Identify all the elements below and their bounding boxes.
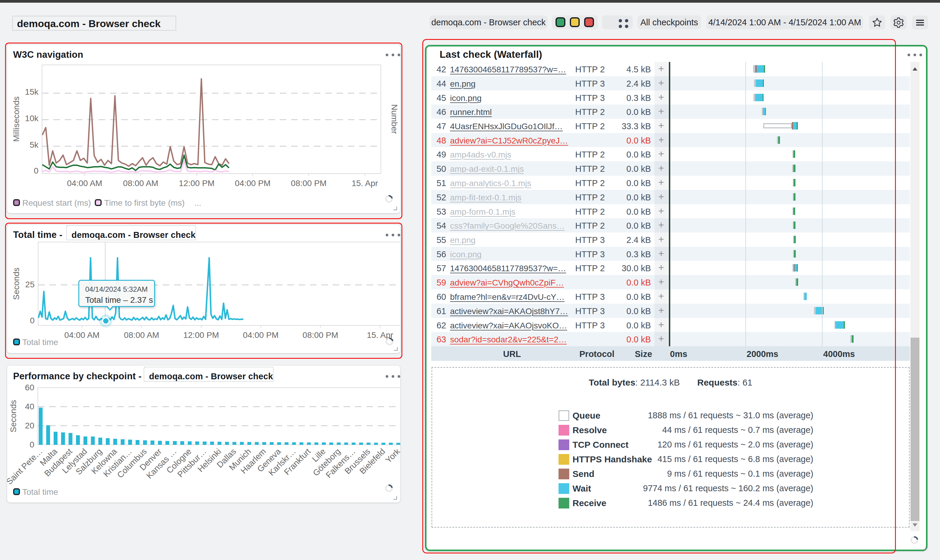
- svg-text:Seconds: Seconds: [9, 400, 18, 432]
- svg-text:40: 40: [25, 402, 34, 411]
- svg-text:Saint Pete…: Saint Pete…: [7, 446, 44, 486]
- svg-text:60: 60: [25, 383, 34, 392]
- svg-text:20: 20: [25, 421, 34, 430]
- svg-text:0: 0: [29, 440, 34, 449]
- svg-text:York: York: [384, 446, 400, 465]
